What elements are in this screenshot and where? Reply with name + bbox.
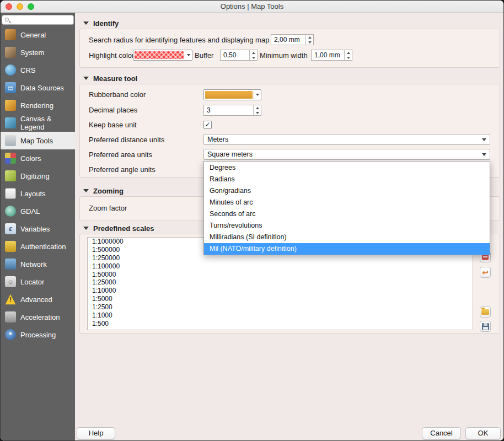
sidebar-item-network[interactable]: Network: [1, 255, 75, 273]
distance-units-value: Meters: [207, 136, 228, 143]
decimal-places-spinbox[interactable]: 3: [203, 105, 261, 116]
sidebar-item-colors[interactable]: Colors: [1, 149, 75, 167]
sidebar-item-authentication[interactable]: Authentication: [1, 238, 75, 255]
search-radius-spinbox[interactable]: 2,00 mm: [271, 34, 314, 45]
sidebar-item-acceleration[interactable]: Acceleration: [1, 308, 75, 326]
color-dropdown-arrow-icon[interactable]: [254, 90, 261, 100]
sidebar-item-canvas-legend[interactable]: Canvas & Legend: [1, 114, 75, 132]
sidebar-item-label: GDAL: [20, 207, 40, 216]
highlight-color-button[interactable]: [133, 50, 192, 61]
sidebar-search[interactable]: [2, 15, 74, 25]
scale-list-item[interactable]: 1:100000: [88, 262, 473, 271]
spin-up-icon[interactable]: [345, 50, 352, 55]
scale-list-item[interactable]: 1:1000: [88, 311, 473, 320]
scale-list-item[interactable]: 1:50000: [88, 271, 473, 279]
sidebar-item-crs[interactable]: CRS: [1, 61, 75, 79]
sidebar-item-label: Advanced: [20, 295, 52, 304]
scale-list-item[interactable]: 1:25000: [88, 278, 473, 287]
angle-unit-option[interactable]: Turns/revolutions: [204, 220, 490, 232]
sidebar-item-layouts[interactable]: Layouts: [1, 185, 75, 202]
layouts-icon: [5, 188, 16, 199]
sidebar-item-data-sources[interactable]: ▤Data Sources: [1, 79, 75, 96]
min-width-spin-buttons[interactable]: [344, 50, 352, 60]
spin-up-icon[interactable]: [254, 105, 261, 110]
ok-button[interactable]: OK: [465, 427, 501, 439]
sidebar-item-system[interactable]: System: [1, 44, 75, 61]
identify-section-header[interactable]: Identify: [83, 18, 119, 28]
sidebar-item-advanced[interactable]: !Advanced: [1, 291, 75, 308]
processing-icon: *: [5, 329, 16, 340]
zoom-factor-label: Zoom factor: [89, 204, 127, 213]
scale-list-item[interactable]: 1:10000: [88, 287, 473, 295]
scale-list-item[interactable]: 1:2500: [88, 303, 473, 311]
distance-units-combobox[interactable]: Meters: [203, 134, 490, 145]
angle-unit-option[interactable]: Gon/gradians: [204, 185, 490, 196]
sidebar-item-digitizing[interactable]: Digitizing: [1, 167, 75, 185]
scale-list-item[interactable]: 1:250000: [88, 254, 473, 262]
traffic-lights: [6, 3, 34, 10]
decimal-places-value: 3: [204, 105, 253, 115]
sidebar-item-label: Map Tools: [20, 137, 53, 145]
search-radius-spin-buttons[interactable]: [305, 35, 313, 45]
search-input[interactable]: [11, 15, 72, 24]
sidebar-item-gdal[interactable]: GDAL: [1, 202, 75, 220]
minimize-window-button[interactable]: [17, 3, 23, 10]
angle-unit-option[interactable]: Seconds of arc: [204, 208, 490, 220]
cancel-button[interactable]: Cancel: [422, 427, 461, 439]
spin-up-icon[interactable]: [250, 50, 257, 55]
min-width-spinbox[interactable]: 1,00 mm: [311, 50, 352, 61]
area-units-combobox[interactable]: Square meters: [203, 149, 490, 160]
collapse-arrow-icon: [83, 189, 89, 192]
sidebar-item-label: Digitizing: [20, 172, 50, 180]
sidebar-item-general[interactable]: General: [1, 26, 75, 44]
restore-default-scales-button[interactable]: ↩: [480, 267, 491, 278]
close-window-button[interactable]: [6, 3, 12, 10]
canvas-legend-icon: [5, 117, 16, 128]
sidebar-item-rendering[interactable]: Rendering: [1, 96, 75, 114]
sidebar-item-map-tools[interactable]: Map Tools: [1, 132, 75, 149]
sidebar-item-locator[interactable]: ○Locator: [1, 273, 75, 291]
sidebar-item-label: Canvas & Legend: [20, 115, 75, 131]
spin-up-icon[interactable]: [306, 35, 313, 40]
import-scales-button[interactable]: [480, 306, 491, 318]
spin-down-icon[interactable]: [250, 55, 257, 60]
scale-list-item[interactable]: 1:500: [88, 320, 473, 328]
sidebar-item-label: Network: [20, 260, 47, 268]
search-radius-label: Search radius for identifying features a…: [89, 36, 282, 45]
angle-units-label: Preferred angle units: [89, 165, 156, 174]
scale-list-item[interactable]: 1:5000: [88, 295, 473, 303]
scales-section-header[interactable]: Predefined scales: [83, 223, 154, 233]
window-title: Options | Map Tools: [1, 1, 503, 13]
collapse-arrow-icon: [83, 77, 89, 80]
angle-unit-option[interactable]: Milliradians (SI definition): [204, 232, 490, 243]
zooming-section-header[interactable]: Zooming: [83, 186, 124, 196]
sidebar-item-variables[interactable]: εVariables: [1, 220, 75, 238]
keep-base-unit-checkbox[interactable]: ✓: [203, 121, 212, 129]
help-button[interactable]: Help: [77, 427, 115, 439]
sidebar-item-processing[interactable]: *Processing: [1, 326, 75, 343]
angle-unit-option[interactable]: Degrees: [204, 162, 490, 173]
advanced-icon: !: [5, 294, 16, 305]
buffer-spin-buttons[interactable]: [249, 50, 257, 60]
measure-section-header[interactable]: Measure tool: [83, 73, 137, 83]
rubberband-color-button[interactable]: [203, 89, 261, 100]
sidebar-item-label: System: [20, 49, 44, 57]
chevron-down-icon: [482, 138, 486, 141]
color-dropdown-arrow-icon[interactable]: [185, 50, 192, 60]
search-icon: [5, 18, 9, 21]
angle-unit-option[interactable]: Radians: [204, 173, 490, 185]
decimal-spin-buttons[interactable]: [253, 105, 261, 115]
spin-down-icon[interactable]: [345, 55, 352, 60]
zoom-window-button[interactable]: [28, 3, 34, 10]
chevron-down-icon: [482, 153, 486, 156]
spin-down-icon[interactable]: [306, 40, 313, 45]
sidebar-item-label: CRS: [20, 66, 35, 74]
rendering-icon: [5, 100, 16, 111]
crs-icon: [5, 64, 16, 76]
spin-down-icon[interactable]: [254, 110, 261, 115]
buffer-spinbox[interactable]: 0,50 mm: [220, 50, 258, 61]
angle-unit-option[interactable]: Minutes of arc: [204, 196, 490, 208]
sidebar: GeneralSystemCRS▤Data SourcesRenderingCa…: [1, 13, 75, 440]
angle-unit-option[interactable]: Mil (NATO/military definition): [204, 243, 490, 255]
export-scales-button[interactable]: [480, 321, 491, 332]
